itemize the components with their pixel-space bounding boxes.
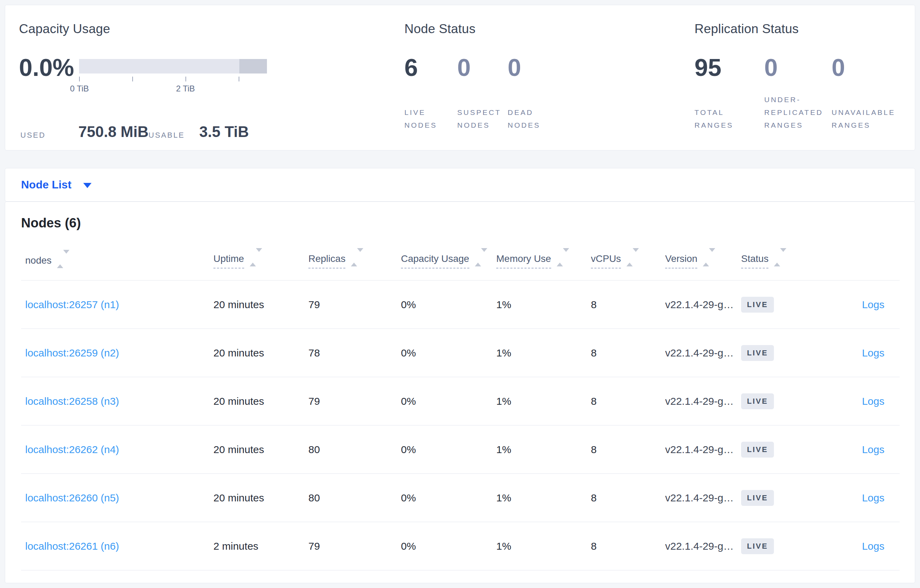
column-header-nodes[interactable]: nodes — [21, 235, 214, 281]
status-badge: LIVE — [741, 393, 774, 409]
status-badge: LIVE — [741, 538, 774, 554]
logs-link[interactable]: Logs — [862, 444, 884, 455]
logs-link[interactable]: Logs — [862, 492, 884, 504]
uptime-cell: 20 minutes — [214, 281, 308, 329]
uptime-cell: 2 minutes — [214, 522, 308, 570]
column-header-memory-use[interactable]: Memory Use — [496, 235, 591, 281]
logs-link[interactable]: Logs — [862, 540, 884, 552]
node-address-link[interactable]: localhost:26262 (n4) — [25, 444, 119, 455]
memory-use-cell: 1% — [496, 329, 591, 377]
node-address-link[interactable]: localhost:26261 (n6) — [25, 540, 119, 552]
table-row: localhost:26260 (n5)20 minutes800%1%8v22… — [21, 474, 900, 522]
metric-label: UNAVAILABLE RANGES — [832, 106, 906, 131]
column-header-version[interactable]: Version — [665, 235, 741, 281]
table-row: localhost:26259 (n2)20 minutes780%1%8v22… — [21, 329, 900, 377]
node-status-title: Node Status — [404, 5, 591, 36]
chevron-down-icon[interactable] — [83, 183, 92, 188]
node-status-card: Node Status 6 LIVE NODES 0 SUSPECT NODES… — [404, 5, 591, 150]
version-cell: v22.1.4-29-g… — [665, 329, 741, 377]
capacity-usage-cell: 0% — [401, 522, 496, 570]
capacity-bar-dark-segment — [239, 59, 267, 73]
sort-icon — [57, 254, 70, 265]
metric-value: 0 — [764, 56, 835, 79]
vcpus-cell: 8 — [591, 522, 665, 570]
replication-status-card: Replication Status 95 TOTAL RANGES 0 UND… — [695, 5, 909, 150]
metric-label: SUSPECT NODES — [457, 106, 511, 131]
vcpus-cell: 8 — [591, 474, 665, 522]
metric-value: 95 — [695, 56, 758, 79]
sort-icon — [703, 252, 715, 263]
metric-value: 0 — [832, 56, 906, 79]
nodes-table: nodes Uptime Replicas Capacity Usage Mem… — [21, 235, 900, 570]
memory-use-cell: 1% — [496, 522, 591, 570]
capacity-usage-cell: 0% — [401, 329, 496, 377]
capacity-bar — [79, 59, 267, 73]
live-nodes-metric: 6 LIVE NODES — [404, 56, 454, 131]
node-address-link[interactable]: localhost:26258 (n3) — [25, 396, 119, 407]
node-address-link[interactable]: localhost:26257 (n1) — [25, 299, 119, 310]
table-row: localhost:26258 (n3)20 minutes790%1%8v22… — [21, 377, 900, 425]
metric-label: LIVE NODES — [404, 106, 454, 131]
column-header-capacity-usage[interactable]: Capacity Usage — [401, 235, 496, 281]
axis-tick-label: 0 TiB — [70, 84, 89, 94]
logs-cell: Logs — [824, 474, 900, 522]
version-cell: v22.1.4-29-g… — [665, 474, 741, 522]
memory-use-cell: 1% — [496, 377, 591, 425]
uptime-cell: 20 minutes — [214, 474, 308, 522]
version-cell: v22.1.4-29-g… — [665, 281, 741, 329]
capacity-usage-chart: 0.0% 0 TiB 2 TiB — [19, 56, 267, 94]
replicas-cell: 79 — [308, 522, 401, 570]
vcpus-cell: 8 — [591, 425, 665, 474]
logs-link[interactable]: Logs — [862, 396, 884, 407]
logs-link[interactable]: Logs — [862, 299, 884, 310]
memory-use-cell: 1% — [496, 425, 591, 474]
capacity-usage-cell: 0% — [401, 425, 496, 474]
metric-label: DEAD NODES — [508, 106, 563, 131]
capacity-usage-title: Capacity Usage — [19, 5, 295, 36]
capacity-usage-card: Capacity Usage 0.0% 0 TiB 2 TiB USED 750… — [19, 5, 295, 150]
capacity-usage-cell: 0% — [401, 281, 496, 329]
usable-value: 3.5 TiB — [199, 123, 249, 141]
replication-status-title: Replication Status — [695, 5, 909, 36]
capacity-usage-cell: 0% — [401, 474, 496, 522]
logs-link[interactable]: Logs — [862, 347, 884, 359]
logs-cell: Logs — [824, 377, 900, 425]
status-cell: LIVE — [741, 522, 824, 570]
status-badge: LIVE — [741, 345, 774, 361]
metric-value: 0 — [508, 56, 563, 79]
capacity-usage-cell: 0% — [401, 377, 496, 425]
nodes-table-panel: Nodes (6) nodes Uptime Replicas Capacity… — [5, 202, 915, 583]
nodes-table-body: localhost:26257 (n1)20 minutes790%1%8v22… — [21, 281, 900, 570]
suspect-nodes-metric: 0 SUSPECT NODES — [457, 56, 511, 131]
vcpus-cell: 8 — [591, 329, 665, 377]
logs-cell: Logs — [824, 522, 900, 570]
total-ranges-metric: 95 TOTAL RANGES — [695, 56, 758, 131]
uptime-cell: 20 minutes — [214, 377, 308, 425]
logs-cell: Logs — [824, 425, 900, 474]
under-replicated-ranges-metric: 0 UNDER-REPLICATED RANGES — [764, 56, 835, 131]
status-badge: LIVE — [741, 297, 774, 313]
used-label: USED — [20, 131, 45, 140]
column-header-replicas[interactable]: Replicas — [308, 235, 401, 281]
usable-label: USABLE — [149, 131, 185, 140]
node-address-cell: localhost:26259 (n2) — [21, 329, 214, 377]
memory-use-cell: 1% — [496, 281, 591, 329]
column-header-uptime[interactable]: Uptime — [214, 235, 308, 281]
status-badge: LIVE — [741, 442, 774, 457]
replicas-cell: 79 — [308, 281, 401, 329]
sort-icon — [627, 252, 639, 263]
table-row: localhost:26262 (n4)20 minutes800%1%8v22… — [21, 425, 900, 474]
column-header-vcpus[interactable]: vCPUs — [591, 235, 665, 281]
sort-icon — [250, 252, 262, 263]
node-address-cell: localhost:26262 (n4) — [21, 425, 214, 474]
column-header-status[interactable]: Status — [741, 235, 824, 281]
node-address-link[interactable]: localhost:26260 (n5) — [25, 492, 119, 504]
node-address-cell: localhost:26258 (n3) — [21, 377, 214, 425]
view-selector-dropdown[interactable]: Node List — [21, 178, 71, 191]
table-row: localhost:26257 (n1)20 minutes790%1%8v22… — [21, 281, 900, 329]
capacity-axis-ticks — [79, 77, 267, 81]
column-header-logs — [824, 235, 900, 281]
node-address-link[interactable]: localhost:26259 (n2) — [25, 347, 119, 359]
uptime-cell: 20 minutes — [214, 329, 308, 377]
replicas-cell: 78 — [308, 329, 401, 377]
